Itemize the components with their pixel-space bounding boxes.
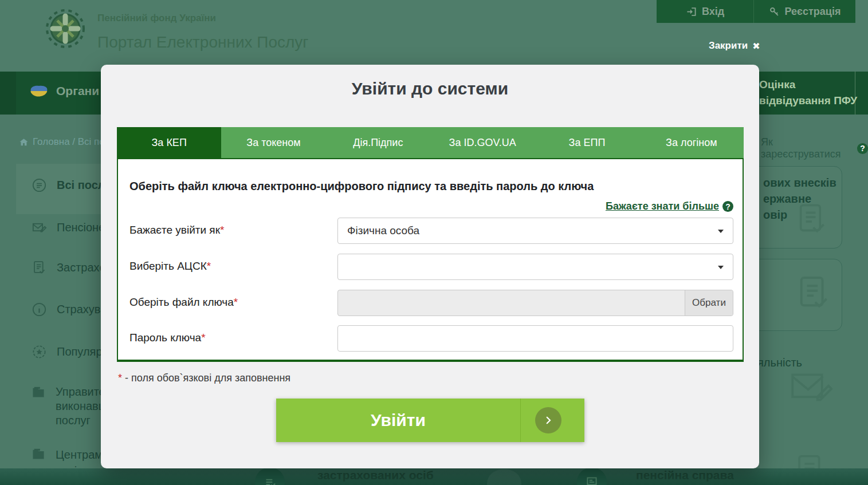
- acsk-select[interactable]: [337, 254, 733, 280]
- sidebar-item-popular[interactable]: Популярні: [32, 344, 111, 360]
- login-label: Вхід: [702, 6, 724, 18]
- home-icon: [19, 137, 29, 147]
- login-modal: Увійти до системи За КЕП За токеном Дія.…: [101, 65, 759, 468]
- document-check-icon: [32, 260, 47, 275]
- login-as-select[interactable]: Фізична особа: [337, 218, 733, 244]
- key-password-input[interactable]: [337, 325, 733, 352]
- field-row-acsk: Виберіть АЦСК*: [129, 254, 733, 280]
- tab-diia-sign[interactable]: Дія.Підпис: [326, 127, 430, 158]
- nav-right-line1: Оцінка: [759, 77, 857, 93]
- password-field-wrap: [337, 325, 733, 352]
- navbar-edge: [0, 72, 16, 115]
- field-label: Бажаєте увійти як*: [129, 224, 224, 236]
- bottom-item-label[interactable]: застрахованих осіб: [317, 468, 434, 482]
- question-circle-icon: ?: [857, 143, 868, 154]
- chevron-down-icon: [718, 266, 724, 269]
- know-more-label: Бажаєте знати більше: [606, 200, 719, 212]
- ukraine-flag-icon: [29, 84, 49, 98]
- list-circle-icon: [32, 178, 47, 193]
- key-icon: [769, 6, 780, 17]
- how-to-register-link[interactable]: Як зареєструватися ?: [761, 136, 868, 160]
- bottom-item-label[interactable]: пенсійна справа: [636, 468, 734, 482]
- field-label: Виберіть АЦСК*: [129, 260, 211, 273]
- register-label: Реєстрація: [785, 6, 841, 18]
- document-check-icon: [794, 202, 830, 239]
- modal-title: Увійти до системи: [101, 79, 759, 98]
- tab-id-gov-ua[interactable]: За ID.GOV.UA: [430, 127, 535, 158]
- close-label: Закрити: [709, 40, 748, 52]
- tab-token[interactable]: За токеном: [221, 127, 325, 158]
- nav-right-line2: відвідування ПФУ: [759, 93, 857, 109]
- chevron-down-icon: [718, 230, 724, 233]
- folder-icon: [30, 447, 46, 462]
- submit-label: Увійти: [276, 399, 521, 442]
- required-mark: *: [207, 260, 211, 272]
- required-fields-note: * - поля обов`язкові для заповнення: [118, 372, 290, 384]
- register-button[interactable]: Реєстрація: [753, 0, 855, 23]
- portal-title: Портал Електронних Послуг: [97, 33, 309, 52]
- sidebar-item-pensioner[interactable]: Пенсіонер: [32, 220, 111, 235]
- question-circle-icon: ?: [722, 201, 733, 212]
- pfu-logo-icon: [45, 7, 86, 50]
- login-button[interactable]: Вхід: [657, 0, 753, 23]
- browse-button[interactable]: Обрати: [685, 290, 733, 316]
- arrow-right-circle-icon: [535, 407, 561, 433]
- tab-kep[interactable]: За КЕП: [117, 127, 221, 158]
- submit-login-button[interactable]: Увійти: [276, 399, 584, 442]
- required-mark: *: [201, 332, 205, 344]
- document-check-icon: [794, 274, 833, 315]
- sidebar-item-managers[interactable]: Управител виконавця послуг: [30, 385, 112, 428]
- how-to-register-label: Як зареєструватися: [761, 136, 853, 160]
- folder-icon: [30, 385, 46, 400]
- form-heading: Оберіть файл ключа електронно-цифрового …: [129, 180, 594, 193]
- envelope-pencil-icon: [32, 220, 47, 235]
- close-icon: ✖: [752, 41, 760, 52]
- org-name: Пенсійний фонд України: [97, 13, 216, 24]
- know-more-link[interactable]: Бажаєте знати більше ?: [606, 200, 733, 212]
- close-modal-button[interactable]: Закрити ✖: [709, 40, 760, 52]
- auth-bar: Вхід Реєстрація: [657, 0, 855, 23]
- required-mark: *: [118, 372, 122, 384]
- required-mark: *: [234, 296, 238, 308]
- login-method-tabs: За КЕП За токеном Дія.Підпис За ID.GOV.U…: [117, 127, 744, 158]
- envelope-pencil-icon: [790, 371, 834, 407]
- nav-divider: [855, 72, 855, 115]
- key-file-input[interactable]: Обрати: [337, 290, 733, 316]
- activity-label: яльність: [757, 356, 802, 369]
- nav-item-organy[interactable]: Органи П: [29, 84, 111, 98]
- sign-in-icon: [686, 6, 697, 17]
- required-mark: *: [220, 224, 224, 236]
- breadcrumb-text: Головна / Всі пос: [33, 136, 109, 148]
- field-row-key-file: Оберіть файл ключа* Обрати: [129, 290, 733, 316]
- field-label: Оберіть файл ключа*: [129, 296, 238, 309]
- login-form-panel: Оберіть файл ключа електронно-цифрового …: [117, 158, 744, 362]
- selected-value: Фізична особа: [347, 224, 419, 237]
- bottom-band: [0, 468, 868, 485]
- tab-epp[interactable]: За ЕПП: [535, 127, 639, 158]
- breadcrumb[interactable]: Головна / Всі пос: [19, 136, 109, 148]
- tab-login[interactable]: За логіном: [639, 127, 744, 158]
- field-row-login-as: Бажаєте увійти як* Фізична особа: [129, 218, 733, 244]
- nav-item-ocinka[interactable]: Оцінка відвідування ПФУ: [759, 77, 857, 109]
- info-circle-icon: [32, 302, 47, 317]
- field-label: Пароль ключа*: [129, 332, 206, 344]
- field-row-password: Пароль ключа*: [129, 325, 733, 352]
- badge-icon: [32, 344, 47, 360]
- page: Пенсійний фонд України Портал Електронни…: [0, 0, 868, 485]
